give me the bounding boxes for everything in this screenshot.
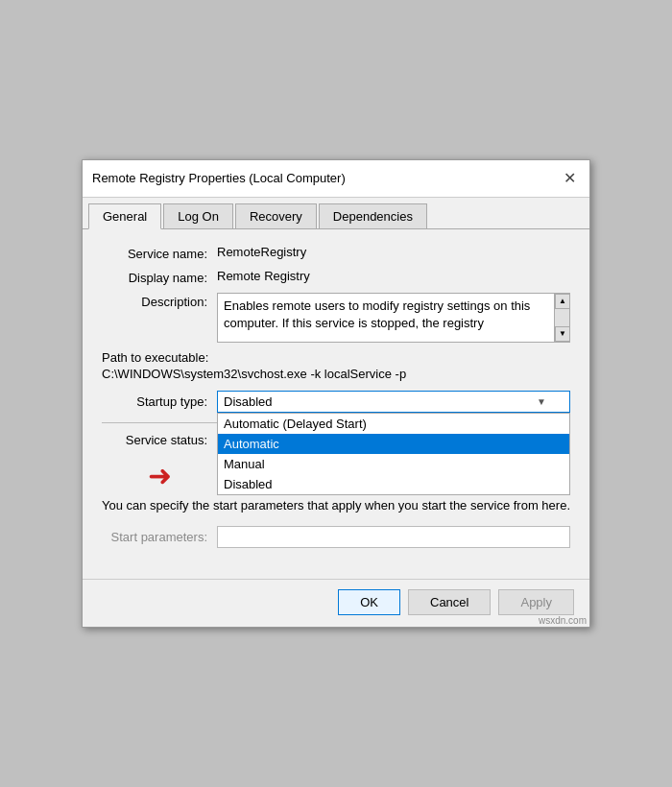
description-row: Description: Enables remote users to mod… bbox=[102, 293, 570, 343]
description-box: Enables remote users to modify registry … bbox=[217, 293, 555, 343]
service-name-label: Service name: bbox=[102, 245, 207, 261]
path-value: C:\WINDOWS\system32\svchost.exe -k local… bbox=[102, 367, 570, 381]
tab-content: Service name: RemoteRegistry Display nam… bbox=[83, 229, 589, 580]
startup-type-row: Startup type: Disabled ▼ Automatic (Dela… bbox=[102, 391, 570, 413]
description-wrapper: Enables remote users to modify registry … bbox=[217, 293, 570, 343]
startup-type-dropdown[interactable]: Disabled ▼ Automatic (Delayed Start) Aut… bbox=[217, 391, 570, 413]
startup-option-disabled[interactable]: Disabled bbox=[218, 474, 569, 494]
startup-option-delayed[interactable]: Automatic (Delayed Start) bbox=[218, 414, 569, 434]
tab-dependencies[interactable]: Dependencies bbox=[319, 203, 427, 228]
chevron-down-icon: ▼ bbox=[537, 396, 546, 407]
start-params-input[interactable] bbox=[217, 526, 570, 548]
service-name-row: Service name: RemoteRegistry bbox=[102, 245, 570, 261]
service-name-value: RemoteRegistry bbox=[217, 245, 570, 259]
startup-type-value: Disabled bbox=[224, 394, 537, 409]
path-section: Path to executable: C:\WINDOWS\system32\… bbox=[102, 350, 570, 381]
footer: OK Cancel Apply bbox=[83, 579, 589, 627]
tab-bar: General Log On Recovery Dependencies bbox=[83, 198, 589, 229]
cancel-button[interactable]: Cancel bbox=[408, 589, 491, 615]
scroll-down-btn[interactable]: ▼ bbox=[555, 326, 570, 342]
dialog-window: Remote Registry Properties (Local Comput… bbox=[82, 159, 590, 629]
description-label: Description: bbox=[102, 293, 207, 309]
startup-type-label: Startup type: bbox=[102, 391, 207, 409]
description-scrollbar[interactable]: ▲ ▼ bbox=[555, 293, 570, 343]
startup-type-trigger[interactable]: Disabled ▼ bbox=[217, 391, 570, 413]
startup-option-automatic[interactable]: Automatic bbox=[218, 434, 569, 454]
apply-button[interactable]: Apply bbox=[498, 589, 574, 615]
watermark: wsxdn.com bbox=[539, 615, 587, 626]
tab-general[interactable]: General bbox=[88, 203, 161, 229]
tab-recovery[interactable]: Recovery bbox=[235, 203, 317, 228]
display-name-label: Display name: bbox=[102, 269, 207, 285]
close-button[interactable]: ✕ bbox=[559, 168, 580, 189]
tab-logon[interactable]: Log On bbox=[163, 203, 233, 228]
service-status-label: Service status: bbox=[102, 433, 207, 447]
title-bar: Remote Registry Properties (Local Comput… bbox=[83, 160, 589, 198]
start-params-row: Start parameters: bbox=[102, 526, 570, 548]
display-name-value: Remote Registry bbox=[217, 269, 570, 283]
info-text: You can specify the start parameters tha… bbox=[102, 496, 570, 515]
window-title: Remote Registry Properties (Local Comput… bbox=[92, 171, 346, 185]
scroll-up-btn[interactable]: ▲ bbox=[555, 294, 570, 309]
startup-option-manual[interactable]: Manual bbox=[218, 454, 569, 474]
ok-button[interactable]: OK bbox=[338, 589, 400, 615]
start-params-label: Start parameters: bbox=[102, 530, 207, 544]
display-name-row: Display name: Remote Registry bbox=[102, 269, 570, 285]
startup-type-list: Automatic (Delayed Start) Automatic Manu… bbox=[217, 413, 570, 495]
path-label: Path to executable: bbox=[102, 350, 570, 365]
